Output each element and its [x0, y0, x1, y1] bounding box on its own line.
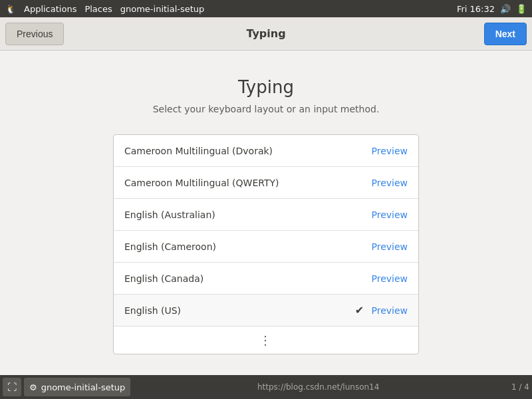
next-button[interactable]: Next [484, 23, 527, 45]
places-menu[interactable]: Places [84, 4, 112, 14]
page-subtitle: Select your keyboard layout or an input … [153, 104, 380, 114]
preview-link[interactable]: Preview [372, 273, 408, 284]
preview-link[interactable]: Preview [372, 241, 408, 252]
preview-link[interactable]: Preview [372, 209, 408, 220]
taskbar-url: https://blog.csdn.net/lunson14 [133, 382, 503, 392]
previous-button[interactable]: Previous [5, 23, 64, 45]
layout-list: Cameroon Multilingual (Dvorak)PreviewCam… [113, 134, 419, 354]
layout-name: English (Cameroon) [124, 241, 353, 252]
app-name-menu[interactable]: gnome-initial-setup [120, 4, 205, 14]
system-bar: 🐧 Applications Places gnome-initial-setu… [0, 0, 532, 17]
layout-item[interactable]: English (Cameroon)Preview [114, 231, 418, 263]
distro-icon[interactable]: 🐧 [5, 3, 16, 14]
battery-icon[interactable]: 🔋 [516, 4, 527, 14]
layout-item[interactable]: Cameroon Multilingual (QWERTY)Preview [114, 167, 418, 199]
layout-name: Cameroon Multilingual (Dvorak) [124, 146, 353, 156]
layout-item[interactable]: Cameroon Multilingual (Dvorak)Preview [114, 135, 418, 167]
volume-icon[interactable]: 🔊 [500, 4, 511, 14]
page-title: Typing [238, 77, 294, 97]
layout-name: English (US) [124, 305, 353, 316]
taskbar-resize-button[interactable]: ⛶ [3, 378, 21, 396]
system-bar-left: 🐧 Applications Places gnome-initial-setu… [5, 3, 204, 14]
preview-link[interactable]: Preview [372, 305, 408, 316]
preview-link[interactable]: Preview [372, 178, 408, 188]
layout-name: English (Canada) [124, 273, 353, 284]
layout-item[interactable]: English (Australian)Preview [114, 199, 418, 231]
more-options-button[interactable]: ⋮ [114, 327, 418, 354]
taskbar-page-num: 1 / 4 [511, 382, 529, 392]
taskbar-app-label: gnome-initial-setup [41, 382, 126, 392]
layout-name: Cameroon Multilingual (QWERTY) [124, 178, 353, 188]
layout-name: English (Australian) [124, 209, 353, 220]
system-bar-right: Fri 16:32 🔊 🔋 [457, 4, 527, 14]
taskbar-app-item[interactable]: ⚙ gnome-initial-setup [24, 378, 130, 396]
layout-item[interactable]: English (US)✔Preview [114, 295, 418, 327]
taskbar: ⛶ ⚙ gnome-initial-setup https://blog.csd… [0, 375, 532, 399]
main-content: Typing Select your keyboard layout or an… [0, 51, 532, 375]
header-title: Typing [246, 27, 285, 40]
layout-item[interactable]: English (Canada)Preview [114, 263, 418, 295]
system-time: Fri 16:32 [457, 4, 495, 14]
app-header: Previous Typing Next [0, 17, 532, 51]
layout-check-icon: ✔ [353, 304, 366, 317]
taskbar-app-icon: ⚙ [29, 382, 37, 392]
preview-link[interactable]: Preview [372, 146, 408, 156]
applications-menu[interactable]: Applications [24, 4, 76, 14]
